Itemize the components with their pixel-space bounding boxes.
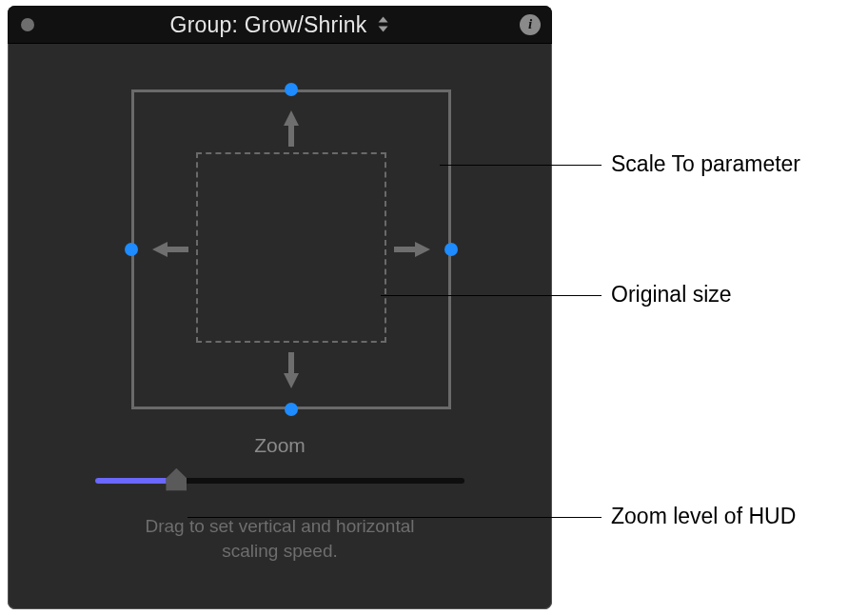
zoom-label: Zoom	[8, 434, 552, 457]
annotation-text: Zoom level of HUD	[611, 504, 796, 528]
zoom-slider[interactable]	[95, 466, 464, 495]
annotation-original-size: Original size	[611, 282, 732, 308]
zoom-slider-thumb[interactable]	[166, 468, 187, 491]
annotation-text: Original size	[611, 282, 732, 307]
annotation-leader-line	[381, 295, 602, 296]
behavior-title-text: Group: Grow/Shrink	[170, 11, 367, 37]
behavior-title-popup[interactable]: Group: Grow/Shrink	[170, 11, 390, 37]
arrow-up-icon	[282, 109, 301, 147]
annotation-leader-line	[440, 165, 602, 166]
arrow-down-icon	[282, 352, 301, 390]
hud-panel: Group: Grow/Shrink i	[8, 6, 552, 609]
zoom-hint: Drag to set vertical and horizontal scal…	[8, 514, 552, 563]
zoom-hint-line1: Drag to set vertical and horizontal	[145, 516, 414, 536]
close-window-button[interactable]	[21, 18, 34, 31]
scale-handle-top[interactable]	[285, 83, 298, 96]
scale-handle-bottom[interactable]	[285, 403, 298, 416]
popup-arrows-icon	[376, 15, 389, 34]
annotation-leader-line	[187, 517, 602, 518]
scale-handle-left[interactable]	[125, 243, 138, 256]
info-button[interactable]: i	[520, 14, 541, 35]
scale-canvas[interactable]	[8, 44, 552, 434]
scale-handle-right[interactable]	[444, 243, 458, 256]
hud-titlebar: Group: Grow/Shrink i	[8, 6, 552, 44]
annotation-scale-to: Scale To parameter	[611, 151, 800, 177]
annotation-zoom-level: Zoom level of HUD	[611, 504, 796, 529]
zoom-section: Zoom Drag to set vertical and horizontal…	[8, 434, 552, 563]
zoom-slider-track	[95, 478, 464, 484]
zoom-hint-line2: scaling speed.	[222, 541, 337, 561]
arrow-left-icon	[150, 240, 188, 259]
zoom-slider-fill	[95, 478, 176, 484]
arrow-right-icon	[394, 240, 432, 259]
original-size-box	[196, 152, 386, 343]
annotation-text: Scale To parameter	[611, 151, 800, 176]
